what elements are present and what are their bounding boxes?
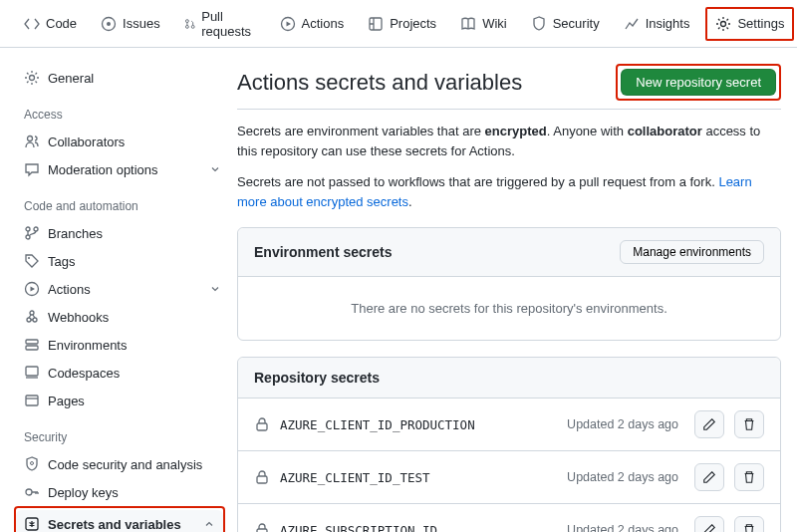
svg-point-9 [28,136,33,141]
pencil-icon [702,417,716,431]
sidebar-heading-security: Security [16,414,229,450]
svg-point-16 [33,318,37,322]
server-icon [24,337,40,353]
sidebar-moderation-label: Moderation options [48,162,158,177]
tab-wiki-label: Wiki [482,16,507,31]
secret-updated: Updated 2 days ago [567,523,678,532]
edit-secret-button[interactable] [694,516,724,532]
edit-secret-button[interactable] [694,463,724,491]
sidebar-item-codespaces[interactable]: Codespaces [16,359,229,387]
sidebar-item-webhooks[interactable]: Webhooks [16,303,229,331]
book-icon [460,16,476,32]
sidebar-env-label: Environments [48,338,127,353]
sidebar-codespaces-label: Codespaces [48,366,120,381]
page-title: Actions secrets and variables [237,70,522,96]
tab-code-label: Code [46,16,77,31]
description-1: Secrets are environment variables that a… [237,122,781,160]
gear-icon [715,16,731,32]
sidebar-item-environments[interactable]: Environments [16,331,229,359]
chevron-up-icon [203,518,215,530]
svg-point-10 [26,227,30,231]
tab-insights[interactable]: Insights [616,0,698,48]
branch-icon [24,225,40,241]
browser-icon [24,393,40,408]
sidebar-heading-code: Code and automation [16,183,229,219]
secret-row: AZURE_SUBSCRIPTION_ID Updated 2 days ago [238,503,780,532]
svg-point-13 [28,257,30,259]
settings-sidebar: General Access Collaborators Moderation … [0,48,229,532]
svg-rect-21 [26,396,38,405]
sidebar-item-general[interactable]: General [16,64,229,92]
svg-rect-20 [26,367,38,376]
environment-secrets-panel: Environment secrets Manage environments … [237,227,781,341]
chevron-down-icon [209,163,221,175]
shield-icon [24,456,40,472]
delete-secret-button[interactable] [734,516,764,532]
edit-secret-button[interactable] [694,410,724,438]
trash-icon [742,417,756,431]
svg-point-4 [191,25,194,28]
repo-secrets-header: Repository secrets [238,358,780,399]
tab-issues-label: Issues [123,16,160,31]
sidebar-item-pages[interactable]: Pages [16,387,229,414]
delete-secret-button[interactable] [734,463,764,491]
sidebar-item-moderation[interactable]: Moderation options [16,155,229,183]
tab-wiki[interactable]: Wiki [452,0,515,48]
pencil-icon [702,470,716,484]
svg-rect-19 [26,346,38,350]
svg-point-22 [31,462,34,465]
sidebar-pages-label: Pages [48,394,85,408]
svg-point-12 [34,227,38,231]
svg-point-3 [185,25,188,28]
secret-name: AZURE_SUBSCRIPTION_ID [280,523,557,533]
secret-updated: Updated 2 days ago [567,470,678,484]
key-icon [24,484,40,500]
tab-insights-label: Insights [646,16,690,31]
sidebar-item-collaborators[interactable]: Collaborators [16,128,229,155]
svg-rect-18 [26,340,38,344]
tab-issues[interactable]: Issues [93,0,168,48]
git-pull-icon [184,16,196,32]
tab-security-label: Security [553,16,600,31]
lock-icon [254,416,270,432]
key-asterisk-icon [24,516,40,532]
delete-secret-button[interactable] [734,410,764,438]
graph-icon [624,16,640,32]
repo-secrets-title: Repository secrets [254,370,380,386]
svg-point-23 [26,489,32,495]
code-icon [24,16,40,32]
env-secrets-header: Environment secrets Manage environments [238,228,780,277]
tab-pulls[interactable]: Pull requests [176,0,264,48]
secret-name: AZURE_CLIENT_ID_TEST [280,470,557,485]
webhook-icon [24,309,40,325]
new-repository-secret-button[interactable]: New repository secret [621,69,776,96]
secret-name: AZURE_CLIENT_ID_PRODUCTION [280,417,557,432]
sidebar-item-deploykeys[interactable]: Deploy keys [16,478,229,506]
sidebar-item-codesec[interactable]: Code security and analysis [16,450,229,478]
sidebar-branches-label: Branches [48,226,103,241]
tab-projects[interactable]: Projects [360,0,444,48]
sidebar-collab-label: Collaborators [48,134,125,149]
sidebar-item-tags[interactable]: Tags [16,247,229,275]
tab-actions[interactable]: Actions [272,0,353,48]
secret-row: AZURE_CLIENT_ID_PRODUCTION Updated 2 day… [238,399,780,450]
svg-point-1 [107,22,111,26]
tab-security[interactable]: Security [523,0,608,48]
manage-environments-button[interactable]: Manage environments [620,240,764,264]
tab-settings[interactable]: Settings [705,7,794,41]
trash-icon [742,470,756,484]
tag-icon [24,253,40,269]
svg-rect-26 [257,476,267,483]
env-secrets-title: Environment secrets [254,244,393,260]
project-icon [368,16,384,32]
sidebar-item-actions[interactable]: Actions [16,275,229,303]
sidebar-webhooks-label: Webhooks [48,310,109,325]
svg-point-8 [30,76,35,81]
repository-secrets-panel: Repository secrets AZURE_CLIENT_ID_PRODU… [237,357,781,532]
main-content: Actions secrets and variables New reposi… [229,48,797,532]
tab-code[interactable]: Code [16,0,85,48]
sidebar-item-secrets-vars[interactable]: Secrets and variables [16,510,223,532]
tab-pulls-label: Pull requests [201,9,255,39]
tab-projects-label: Projects [390,16,436,31]
sidebar-item-branches[interactable]: Branches [16,219,229,247]
